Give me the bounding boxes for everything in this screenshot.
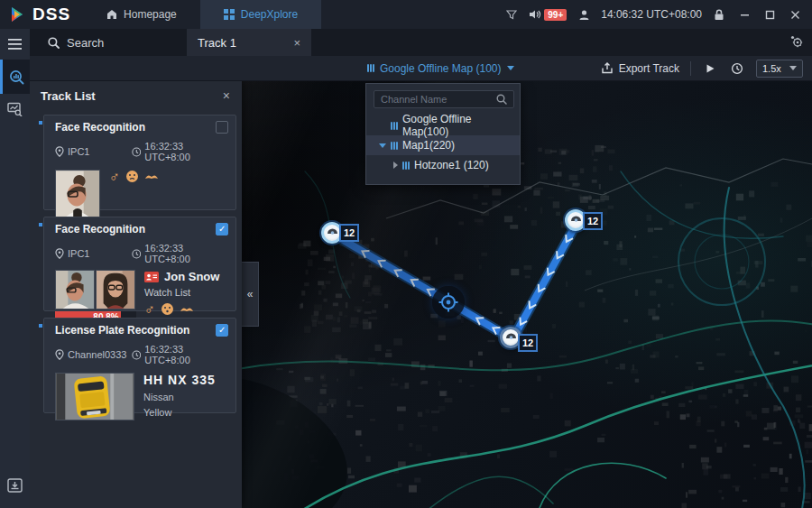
grid-icon [224, 9, 235, 20]
expression-icon [125, 170, 139, 183]
dss-window: 12 12 12 « DSS Homepage [0, 0, 812, 508]
marker-count-label[interactable]: 12 [339, 224, 359, 242]
map-layers-icon [402, 162, 410, 170]
map-layers-icon [391, 122, 398, 130]
expand-chevron-icon[interactable] [379, 143, 386, 148]
gender-male-icon: ♂ [109, 171, 120, 183]
location-pin-icon [55, 349, 64, 360]
card-time: 16:32:33 UTC+8:00 [144, 141, 228, 162]
play-track-button[interactable] [702, 60, 718, 77]
sidebar-item-record-search[interactable] [0, 94, 30, 125]
person-list: Watch List [144, 287, 219, 298]
vehicle-brand: Nissan [143, 392, 216, 402]
speed-value: 1.5x [762, 63, 781, 74]
tree-item-map1[interactable]: Map1(220) [366, 135, 520, 155]
lock-icon[interactable] [711, 6, 727, 23]
maximize-button[interactable] [761, 6, 778, 23]
track-list-panel: Track List × Face Recognition IPC1 16:32… [30, 81, 242, 508]
export-label: Export Track [619, 62, 679, 75]
tab-label: Track 1 [198, 36, 236, 50]
person-name: Jon Snow [164, 270, 219, 283]
collapse-chevron-icon[interactable] [393, 162, 398, 169]
notifications[interactable]: 99+ [529, 9, 567, 21]
card-type: Face Recognition [55, 223, 145, 236]
marker-count: 12 [344, 227, 355, 238]
card-time: 16:32:33 UTC+8:00 [144, 344, 228, 365]
tree-item-label: Map1(220) [402, 139, 455, 152]
filter-icon[interactable] [503, 6, 520, 23]
sidebar-item-download-center[interactable] [0, 470, 30, 501]
tab-deepxplore[interactable]: DeepXplore [200, 0, 321, 29]
task-settings-icon[interactable] [789, 34, 803, 51]
tree-item-google-offline-map[interactable]: Google Offline Map(100) [366, 115, 520, 135]
speaker-icon [529, 9, 541, 20]
tab-label: Search [67, 36, 104, 50]
watchlist-photo[interactable] [96, 270, 135, 309]
track-list-header: Track List × [30, 81, 242, 108]
marker-count-label[interactable]: 12 [583, 212, 603, 230]
app-name: DSS [32, 5, 70, 24]
panel-collapse-handle[interactable]: « [242, 262, 259, 327]
search-analytics-icon [9, 69, 24, 85]
clock-icon [132, 147, 142, 157]
marker-count: 12 [522, 337, 533, 348]
card-type: Face Recognition [55, 121, 145, 134]
tree-item-label: Google Offline Map(100) [402, 113, 520, 138]
tab-homepage[interactable]: Homepage [83, 0, 200, 29]
track-card-face-1[interactable]: Face Recognition IPC1 16:32:33 UTC+8:00 [43, 115, 236, 210]
export-track-button[interactable]: Export Track [601, 62, 679, 75]
close-button[interactable] [787, 6, 803, 23]
toolbar-actions: Export Track 1.5x [601, 60, 812, 78]
marker-count-label[interactable]: 12 [518, 334, 538, 352]
tab-label: DeepXplore [241, 8, 298, 21]
export-icon [601, 62, 614, 74]
playback-history-button[interactable] [729, 60, 745, 77]
map-toolbar: Google Offline Map (100) Export Track 1.… [30, 56, 812, 81]
top-navigation: Homepage DeepXplore [83, 0, 321, 29]
tab-track-1[interactable]: Track 1 × [187, 29, 311, 56]
face-snapshot[interactable] [55, 270, 95, 309]
map-lighting-overlay [242, 81, 812, 508]
search-icon [496, 94, 507, 105]
play-icon [705, 63, 715, 74]
track-card-plate[interactable]: License Plate Recognition Channel0333 16… [43, 318, 236, 413]
user-icon[interactable] [576, 6, 592, 23]
plate-number: HH NX 335 [143, 373, 216, 387]
clock-icon [132, 350, 142, 360]
map-canvas[interactable]: 12 12 12 « [242, 81, 812, 508]
card-type: License Plate Recognition [55, 324, 189, 337]
face-attributes: ♂ [144, 302, 219, 316]
face-snapshot[interactable] [55, 170, 100, 221]
tab-close-icon[interactable]: × [293, 36, 300, 50]
map-selector-dropdown[interactable]: Google Offline Map (100) [367, 62, 514, 75]
sidebar-menu-toggle[interactable] [0, 29, 30, 60]
clock-icon [132, 249, 142, 259]
system-clock: 14:06:32 UTC+08:00 [601, 8, 702, 21]
panel-title: Track List [41, 89, 96, 103]
title-bar-controls: 99+ 14:06:32 UTC+08:00 [503, 6, 812, 23]
playback-speed-select[interactable]: 1.5x [756, 60, 803, 78]
dome-camera-icon [570, 216, 582, 226]
dss-logo-icon [9, 5, 27, 23]
location-pin-icon [55, 248, 64, 259]
vehicle-snapshot[interactable] [55, 373, 134, 420]
tree-item-hotzone1[interactable]: Hotzone1 (120) [366, 155, 520, 175]
track-target-icon[interactable] [432, 286, 465, 319]
card-checkbox[interactable] [216, 324, 228, 337]
track-card-face-2[interactable]: Face Recognition IPC1 16:32:33 UTC+8:00 [43, 217, 236, 311]
card-checkbox[interactable] [216, 223, 228, 236]
minimize-button[interactable] [736, 6, 752, 23]
record-search-icon [7, 102, 23, 116]
title-bar: DSS Homepage DeepXplore 99+ [0, 0, 812, 29]
sidebar-item-track-search[interactable] [0, 60, 30, 94]
panel-close-icon[interactable]: × [223, 88, 230, 103]
card-checkbox[interactable] [216, 121, 228, 134]
chevron-down-icon [507, 66, 514, 70]
tab-search[interactable]: Search [30, 29, 122, 56]
channel-search-input[interactable] [374, 90, 514, 108]
card-channel: Channel0333 [68, 349, 126, 360]
map-layers-icon [391, 142, 398, 150]
app-logo[interactable]: DSS [0, 5, 83, 24]
home-icon [106, 9, 117, 20]
clock-timezone: UTC+08:00 [646, 8, 702, 21]
